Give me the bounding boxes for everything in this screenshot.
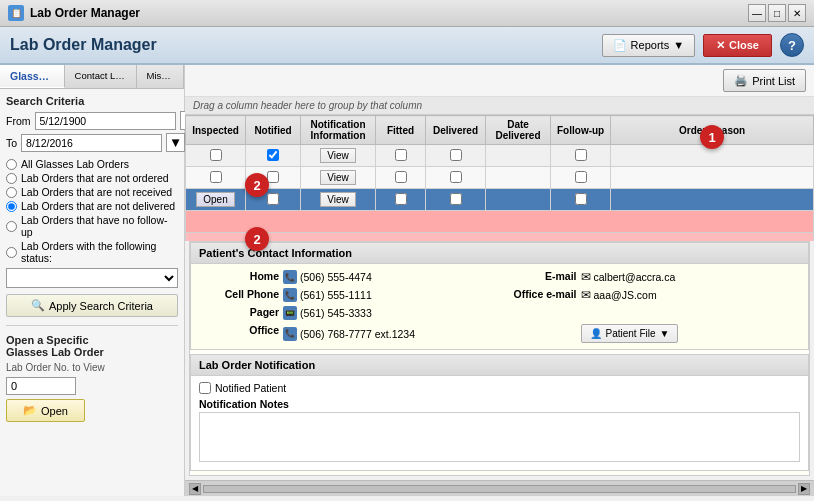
tabs-bar: Glasses Lab Orders Contact Lenses Lab Or… (0, 65, 184, 89)
cellphone-value: 📞 (561) 555-1111 (283, 288, 503, 302)
followup-checkbox[interactable] (575, 193, 587, 205)
close-button[interactable]: ✕ Close (703, 34, 772, 57)
notified-checkbox[interactable] (267, 149, 279, 161)
followup-checkbox[interactable] (575, 171, 587, 183)
patient-contact-grid: Home 📞 (506) 555-4474 E-mail ✉ calbert@a… (191, 264, 808, 349)
pager-label: Pager (199, 306, 279, 320)
open-section-title: Open a Specific Glasses Lab Order (6, 334, 178, 358)
minimize-button[interactable]: — (748, 4, 766, 22)
notification-notes-textarea[interactable] (199, 412, 800, 462)
app-icon: 📋 (8, 5, 24, 21)
followup-cell (551, 145, 611, 167)
notified-patient-checkbox[interactable] (199, 382, 211, 394)
col-notified[interactable]: Notified (246, 116, 301, 145)
apply-search-button[interactable]: 🔍 Apply Search Criteria (6, 294, 178, 317)
col-notification-info[interactable]: NotificationInformation (301, 116, 376, 145)
radio-all: All Glasses Lab Orders (6, 158, 178, 170)
scroll-left-button[interactable]: ◀ (189, 483, 201, 495)
inspected-checkbox[interactable] (210, 149, 222, 161)
date-delivered-cell (486, 189, 551, 211)
radio-no-followup-input[interactable] (6, 221, 17, 232)
sidebar-content: Search Criteria From ▼ To ▼ All Glasses … (0, 89, 184, 428)
delivered-cell (426, 167, 486, 189)
view-button[interactable]: View (320, 192, 356, 207)
notified-patient-row: Notified Patient (199, 382, 800, 394)
window-close-button[interactable]: ✕ (788, 4, 806, 22)
horizontal-scrollbar-track[interactable] (203, 485, 796, 493)
email-value: ✉ calbert@accra.ca (581, 270, 801, 284)
reports-dropdown-arrow: ▼ (673, 39, 684, 51)
notified-checkbox[interactable] (267, 193, 279, 205)
col-delivered[interactable]: Delivered (426, 116, 486, 145)
radio-all-input[interactable] (6, 159, 17, 170)
radio-not-received: Lab Orders that are not received (6, 186, 178, 198)
radio-not-ordered: Lab Orders that are not ordered (6, 172, 178, 184)
col-inspected[interactable]: Inspected (186, 116, 246, 145)
col-followup[interactable]: Follow-up (551, 116, 611, 145)
col-fitted[interactable]: Fitted (376, 116, 426, 145)
inspected-checkbox[interactable] (210, 171, 222, 183)
patient-file-button[interactable]: 👤 Patient File ▼ (581, 324, 679, 343)
print-bar: 🖨️ Print List (185, 65, 814, 97)
office-phone-icon: 📞 (283, 327, 297, 341)
callout-1: 1 (700, 125, 724, 149)
help-button[interactable]: ? (780, 33, 804, 57)
reports-button[interactable]: 📄 Reports ▼ (602, 34, 695, 57)
col-date-delivered[interactable]: DateDelivered (486, 116, 551, 145)
followup-cell (551, 189, 611, 211)
print-list-button[interactable]: 🖨️ Print List (723, 69, 806, 92)
patient-file-spacer (581, 306, 801, 320)
delivered-checkbox[interactable] (450, 171, 462, 183)
notified-patient-label: Notified Patient (215, 382, 286, 394)
radio-following-status: Lab Orders with the following status: (6, 240, 178, 264)
from-date-input[interactable] (35, 112, 176, 130)
view-button[interactable]: View (320, 148, 356, 163)
order-reason-cell (611, 167, 814, 189)
delivered-cell (426, 189, 486, 211)
table-row (186, 233, 814, 242)
to-date-dropdown[interactable]: ▼ (166, 133, 185, 152)
radio-not-ordered-input[interactable] (6, 173, 17, 184)
table-row: View (186, 145, 814, 167)
lab-order-label: Lab Order No. to View (6, 362, 178, 373)
folder-icon: 📂 (23, 404, 37, 417)
patient-file-dropdown-icon: ▼ (660, 328, 670, 339)
app-header: Lab Order Manager 📄 Reports ▼ ✕ Close ? (0, 27, 814, 65)
inspected-cell (186, 145, 246, 167)
notified-checkbox[interactable] (267, 171, 279, 183)
scroll-right-button[interactable]: ▶ (798, 483, 810, 495)
main-content: Glasses Lab Orders Contact Lenses Lab Or… (0, 65, 814, 496)
tab-glasses[interactable]: Glasses Lab Orders (0, 65, 65, 88)
fitted-cell (376, 145, 426, 167)
radio-not-delivered-input[interactable] (6, 201, 17, 212)
open-lab-order-button[interactable]: 📂 Open (6, 399, 85, 422)
status-dropdown[interactable] (6, 268, 178, 288)
view-button[interactable]: View (320, 170, 356, 185)
info-panels: Patient's Contact Information Home 📞 (50… (189, 241, 810, 476)
date-delivered-cell (486, 167, 551, 189)
order-reason-cell (611, 189, 814, 211)
delivered-checkbox[interactable] (450, 193, 462, 205)
divider (6, 325, 178, 326)
followup-checkbox[interactable] (575, 149, 587, 161)
maximize-button[interactable]: □ (768, 4, 786, 22)
to-date-input[interactable] (21, 134, 162, 152)
patient-file-btn-wrapper: 👤 Patient File ▼ (581, 324, 801, 343)
fitted-checkbox[interactable] (395, 193, 407, 205)
table-row (186, 211, 814, 233)
open-row-button[interactable]: Open (196, 192, 234, 207)
close-x-icon: ✕ (716, 39, 725, 52)
open-btn-cell: Open (186, 189, 246, 211)
delivered-checkbox[interactable] (450, 149, 462, 161)
title-bar-text: Lab Order Manager (30, 6, 742, 20)
tab-contact-lenses[interactable]: Contact Lenses Lab Orders (65, 65, 137, 88)
tab-miscellaneous[interactable]: Miscellaneous (137, 65, 184, 88)
radio-following-status-input[interactable] (6, 247, 17, 258)
notification-notes-label: Notification Notes (199, 398, 800, 410)
right-pane: 🖨️ Print List Drag a column header here … (185, 65, 814, 496)
radio-not-received-input[interactable] (6, 187, 17, 198)
lab-order-number-input[interactable] (6, 377, 76, 395)
email-label: E-mail (507, 270, 577, 284)
fitted-checkbox[interactable] (395, 171, 407, 183)
fitted-checkbox[interactable] (395, 149, 407, 161)
